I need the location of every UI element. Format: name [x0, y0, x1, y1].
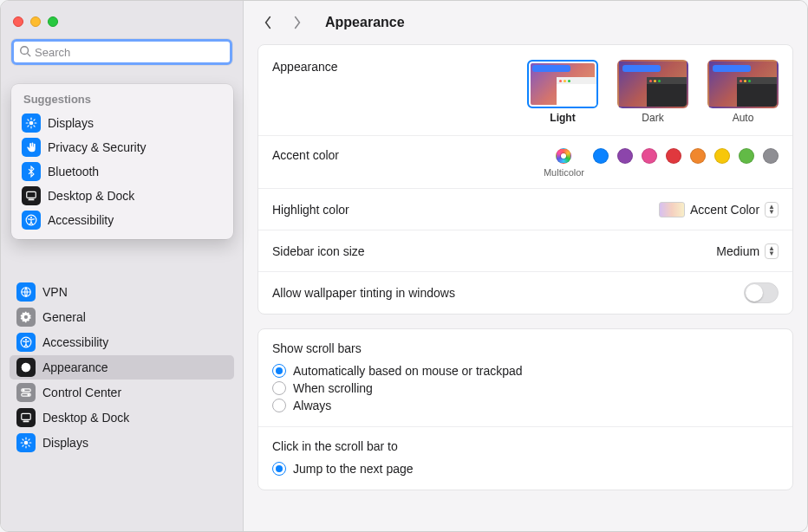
svg-line-30 — [23, 439, 23, 440]
svg-line-33 — [29, 439, 29, 440]
sidebar-icon-size-value: Medium — [716, 244, 759, 258]
svg-point-2 — [29, 121, 34, 126]
svg-point-14 — [30, 217, 32, 218]
minimize-window-button[interactable] — [30, 16, 41, 27]
suggestions-header: Suggestions — [15, 91, 230, 111]
radio-icon — [272, 364, 286, 378]
search-input-container[interactable] — [11, 39, 232, 65]
appearance-panel: Appearance LightDarkAuto Accent color Mu… — [257, 44, 793, 315]
sidebar-item-label: Desktop & Dock — [42, 411, 129, 425]
nav-back-button[interactable] — [259, 14, 277, 31]
radio-option[interactable]: Always — [272, 397, 779, 414]
radio-option[interactable]: Jump to the next page — [272, 460, 779, 477]
accent-swatch-green[interactable] — [739, 148, 754, 164]
sidebar-item-label: General — [42, 310, 86, 324]
suggestion-label: Bluetooth — [48, 165, 99, 178]
suggestion-item-privacy-security[interactable]: Privacy & Security — [15, 135, 230, 159]
svg-rect-23 — [22, 413, 31, 419]
sidebar-item-control-center[interactable]: Control Center — [10, 380, 234, 405]
wallpaper-tint-label: Allow wallpaper tinting in windows — [272, 286, 744, 300]
accent-swatch-purple[interactable] — [617, 148, 633, 164]
appearance-option-label: Dark — [642, 112, 663, 124]
suggestion-item-accessibility[interactable]: Accessibility — [15, 208, 230, 232]
dock-icon — [16, 408, 36, 427]
radio-label: Automatically based on mouse or trackpad — [293, 364, 523, 378]
radio-label: Jump to the next page — [293, 462, 414, 476]
suggestion-item-bluetooth[interactable]: Bluetooth — [15, 159, 230, 184]
accent-swatch-orange[interactable] — [690, 148, 706, 164]
svg-line-31 — [29, 445, 29, 446]
suggestion-label: Displays — [48, 116, 94, 130]
window-controls — [1, 10, 243, 39]
chevron-updown-icon: ▲▼ — [765, 243, 779, 259]
sidebar-item-label: Appearance — [42, 360, 108, 374]
appearance-label: Appearance — [272, 48, 420, 74]
dock-icon — [22, 186, 41, 205]
accessibility-icon — [16, 333, 36, 352]
accessibility-icon — [22, 211, 41, 230]
highlight-color-select[interactable]: Accent Color ▲▼ — [659, 202, 779, 217]
sidebar-item-vpn[interactable]: VPN — [10, 280, 234, 304]
suggestion-label: Privacy & Security — [48, 140, 147, 154]
highlight-color-value: Accent Color — [690, 203, 759, 217]
svg-point-25 — [24, 441, 29, 445]
accent-color-label: Accent color — [272, 148, 420, 162]
suggestion-label: Accessibility — [48, 213, 114, 227]
sidebar-item-label: Displays — [42, 436, 88, 450]
appearance-option-light[interactable]: Light — [527, 60, 598, 124]
globe-icon — [16, 282, 36, 302]
hand-icon — [22, 138, 41, 157]
svg-rect-11 — [27, 191, 36, 198]
svg-point-22 — [28, 394, 29, 396]
radio-option[interactable]: Automatically based on mouse or trackpad — [272, 362, 779, 380]
accent-swatch-pink[interactable] — [642, 148, 657, 164]
scrollbars-label: Show scroll bars — [272, 341, 779, 355]
sidebar-icon-size-select[interactable]: Medium ▲▼ — [716, 243, 779, 259]
sidebar-icon-size-label: Sidebar icon size — [272, 244, 420, 258]
close-window-button[interactable] — [13, 16, 23, 27]
suggestion-item-displays[interactable]: Displays — [15, 111, 230, 135]
svg-line-7 — [28, 120, 29, 120]
sidebar-item-desktop-dock[interactable]: Desktop & Dock — [10, 405, 234, 430]
radio-icon — [272, 462, 286, 476]
search-input[interactable] — [35, 46, 225, 59]
accent-swatch-yellow[interactable] — [714, 148, 730, 164]
switches-icon — [16, 383, 36, 402]
search-suggestions-popover: Suggestions DisplaysPrivacy & SecurityBl… — [11, 84, 233, 239]
accent-swatch-multicolor[interactable] — [556, 148, 571, 164]
svg-point-20 — [23, 390, 24, 392]
accent-swatch-blue[interactable] — [593, 148, 609, 164]
appearance-option-label: Auto — [733, 112, 754, 124]
appearance-option-label: Light — [550, 112, 575, 124]
radio-option[interactable]: When scrolling — [272, 380, 779, 397]
appearance-option-dark[interactable]: Dark — [617, 60, 688, 124]
wallpaper-tint-toggle[interactable] — [744, 282, 779, 303]
click-scrollbar-label: Click in the scroll bar to — [272, 439, 779, 453]
svg-line-8 — [34, 126, 35, 127]
sidebar-item-label: VPN — [42, 285, 68, 299]
nav-forward-button[interactable] — [289, 14, 306, 31]
radio-icon — [272, 399, 286, 412]
scroll-panel: Show scroll bars Automatically based on … — [257, 328, 793, 490]
highlight-color-label: Highlight color — [272, 203, 420, 217]
svg-line-32 — [23, 445, 23, 446]
zoom-window-button[interactable] — [48, 16, 58, 27]
sidebar-item-displays[interactable]: Displays — [10, 431, 234, 455]
accent-swatch-graphite[interactable] — [763, 148, 779, 164]
radio-label: When scrolling — [293, 381, 373, 395]
chevron-updown-icon: ▲▼ — [765, 202, 779, 217]
search-icon — [19, 45, 31, 60]
appearance-icon — [16, 358, 36, 377]
appearance-option-auto[interactable]: Auto — [707, 60, 779, 124]
suggestion-item-desktop-dock[interactable]: Desktop & Dock — [15, 184, 230, 208]
sidebar-item-accessibility[interactable]: Accessibility — [10, 330, 234, 354]
page-title: Appearance — [325, 15, 405, 30]
accent-selected-label: Multicolor — [544, 167, 584, 178]
sidebar-item-label: Control Center — [42, 386, 121, 399]
titlebar: Appearance — [244, 1, 807, 44]
sun-icon — [22, 114, 41, 133]
sidebar-item-general[interactable]: General — [10, 305, 234, 329]
svg-line-10 — [34, 120, 35, 120]
sidebar-item-appearance[interactable]: Appearance — [10, 355, 234, 380]
accent-swatch-red[interactable] — [666, 148, 681, 164]
